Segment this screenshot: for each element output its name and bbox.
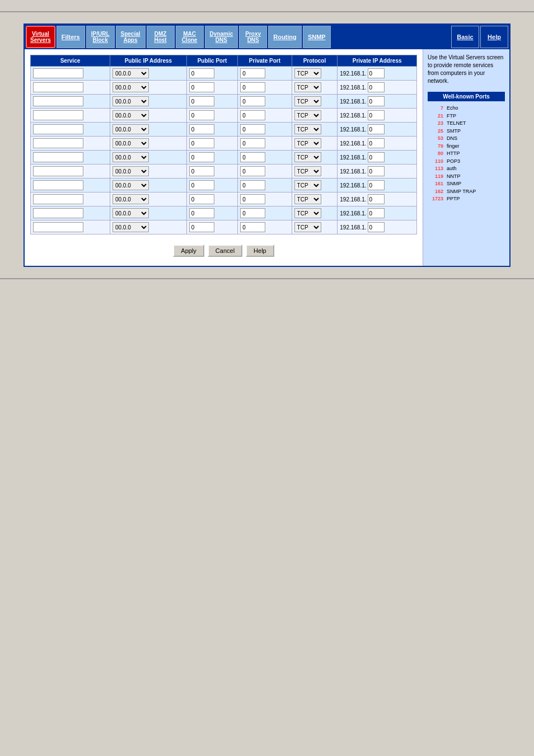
public-ip-select-7[interactable]: 00.0.0other — [113, 166, 149, 176]
tab-dmz-host[interactable]: DMZHost — [147, 26, 175, 48]
public-ip-cell-9: 00.0.0other — [110, 192, 186, 206]
port-list-item: 79finger — [428, 143, 505, 151]
public-port-input-6[interactable] — [189, 152, 214, 162]
protocol-select-10[interactable]: TCPUDPBoth — [294, 208, 321, 218]
public-ip-select-6[interactable]: 00.0.0other — [113, 152, 149, 162]
protocol-select-9[interactable]: TCPUDPBoth — [294, 194, 321, 204]
service-input-9[interactable] — [33, 194, 83, 204]
private-port-input-3[interactable] — [240, 110, 265, 120]
public-port-input-4[interactable] — [189, 124, 214, 134]
private-port-input-5[interactable] — [240, 138, 265, 148]
private-port-input-11[interactable] — [240, 222, 265, 232]
tab-basic[interactable]: Basic — [451, 26, 479, 48]
tab-help[interactable]: Help — [480, 26, 508, 48]
private-port-input-2[interactable] — [240, 96, 265, 106]
protocol-select-3[interactable]: TCPUDPBoth — [294, 110, 321, 120]
public-port-input-10[interactable] — [189, 208, 214, 218]
private-ip-last-octet-5[interactable] — [368, 138, 385, 148]
apply-button[interactable]: Apply — [173, 245, 204, 257]
public-ip-select-3[interactable]: 00.0.0other — [113, 110, 149, 120]
private-port-input-0[interactable] — [240, 68, 265, 78]
public-ip-select-4[interactable]: 00.0.0other — [113, 124, 149, 134]
private-ip-last-octet-6[interactable] — [368, 152, 385, 162]
service-input-7[interactable] — [33, 166, 83, 176]
public-ip-select-8[interactable]: 00.0.0other — [113, 180, 149, 190]
public-port-input-0[interactable] — [189, 68, 214, 78]
service-input-10[interactable] — [33, 208, 83, 218]
private-ip-last-octet-1[interactable] — [368, 82, 385, 92]
help-button[interactable]: Help — [246, 245, 274, 257]
public-port-input-5[interactable] — [189, 138, 214, 148]
public-port-input-3[interactable] — [189, 110, 214, 120]
private-ip-last-octet-0[interactable] — [368, 68, 385, 78]
public-ip-select-1[interactable]: 00.0.0other — [113, 82, 149, 92]
private-port-input-1[interactable] — [240, 82, 265, 92]
public-ip-cell-7: 00.0.0other — [110, 165, 186, 179]
public-ip-select-0[interactable]: 00.0.0other — [113, 68, 149, 78]
protocol-cell-4: TCPUDPBoth — [292, 123, 338, 137]
private-port-cell-1 — [238, 81, 292, 95]
service-input-0[interactable] — [33, 68, 83, 78]
public-ip-select-11[interactable]: 00.0.0other — [113, 222, 149, 232]
tab-ip-url-block[interactable]: IP/URLBlock — [86, 26, 115, 48]
service-input-1[interactable] — [33, 82, 83, 92]
service-input-2[interactable] — [33, 96, 83, 106]
tab-special-apps[interactable]: SpecialApps — [116, 26, 146, 48]
service-input-4[interactable] — [33, 124, 83, 134]
private-ip-last-octet-11[interactable] — [368, 222, 385, 232]
protocol-cell-8: TCPUDPBoth — [292, 179, 338, 192]
private-ip-prefix-1: 192.168.1. — [340, 84, 366, 91]
private-ip-last-octet-8[interactable] — [368, 180, 385, 190]
private-ip-last-octet-2[interactable] — [368, 96, 385, 106]
public-ip-select-5[interactable]: 00.0.0other — [113, 138, 149, 148]
public-ip-select-10[interactable]: 00.0.0other — [113, 208, 149, 218]
public-ip-select-2[interactable]: 00.0.0other — [113, 96, 149, 106]
private-ip-last-octet-7[interactable] — [368, 166, 385, 176]
protocol-select-4[interactable]: TCPUDPBoth — [294, 124, 321, 134]
private-port-input-7[interactable] — [240, 166, 265, 176]
public-port-input-7[interactable] — [189, 166, 214, 176]
private-ip-last-octet-3[interactable] — [368, 110, 385, 120]
protocol-select-8[interactable]: TCPUDPBoth — [294, 180, 321, 190]
protocol-select-0[interactable]: TCPUDPBoth — [294, 68, 321, 78]
service-input-8[interactable] — [33, 180, 83, 190]
private-ip-prefix-8: 192.168.1. — [340, 182, 366, 189]
protocol-select-7[interactable]: TCPUDPBoth — [294, 166, 321, 176]
protocol-select-5[interactable]: TCPUDPBoth — [294, 138, 321, 148]
sidebar-description: Use the Virtual Servers screen to provid… — [428, 54, 505, 85]
private-port-input-6[interactable] — [240, 152, 265, 162]
cancel-button[interactable]: Cancel — [208, 245, 242, 257]
service-cell-0 — [31, 67, 110, 81]
table-row: 00.0.0otherTCPUDPBoth192.168.1. — [31, 220, 417, 234]
private-ip-last-octet-10[interactable] — [368, 208, 385, 218]
protocol-select-11[interactable]: TCPUDPBoth — [294, 222, 321, 232]
tab-routing[interactable]: Routing — [268, 26, 302, 48]
protocol-select-2[interactable]: TCPUDPBoth — [294, 96, 321, 106]
private-port-input-4[interactable] — [240, 124, 265, 134]
tab-mac-clone[interactable]: MACClone — [176, 26, 204, 48]
service-input-3[interactable] — [33, 110, 83, 120]
protocol-select-1[interactable]: TCPUDPBoth — [294, 82, 321, 92]
service-input-11[interactable] — [33, 222, 83, 232]
public-port-input-1[interactable] — [189, 82, 214, 92]
public-port-input-8[interactable] — [189, 180, 214, 190]
private-port-input-9[interactable] — [240, 194, 265, 204]
public-ip-select-9[interactable]: 00.0.0other — [113, 194, 149, 204]
tab-virtual-servers[interactable]: VirtualServers — [26, 26, 55, 48]
port-list-item: 1723PPTP — [428, 195, 505, 203]
tab-snmp[interactable]: SNMP — [303, 26, 331, 48]
private-port-input-8[interactable] — [240, 180, 265, 190]
private-ip-prefix-9: 192.168.1. — [340, 196, 366, 203]
private-ip-last-octet-4[interactable] — [368, 124, 385, 134]
public-port-input-2[interactable] — [189, 96, 214, 106]
private-ip-last-octet-9[interactable] — [368, 194, 385, 204]
private-port-input-10[interactable] — [240, 208, 265, 218]
tab-filters[interactable]: Filters — [57, 26, 85, 48]
public-port-input-11[interactable] — [189, 222, 214, 232]
service-input-6[interactable] — [33, 152, 83, 162]
protocol-select-6[interactable]: TCPUDPBoth — [294, 152, 321, 162]
tab-dynamic-dns[interactable]: DynamicDNS — [205, 26, 238, 48]
public-port-input-9[interactable] — [189, 194, 214, 204]
service-input-5[interactable] — [33, 138, 83, 148]
tab-proxy-dns[interactable]: ProxyDNS — [239, 26, 267, 48]
